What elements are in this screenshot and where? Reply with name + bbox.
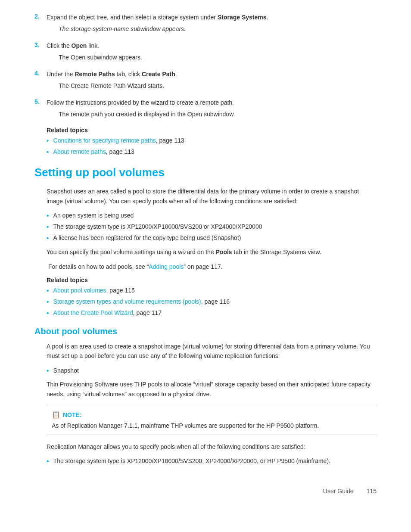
list-item: • Conditions for specifying remote paths… [47,136,377,146]
storage-types-link[interactable]: Storage system types and volume requirem… [53,298,201,305]
bullet-icon: • [47,298,49,307]
related-topics-2-heading: Related topics [47,277,377,283]
list-item: • About the Create Pool Wizard, page 117 [47,308,377,318]
bullet-icon: • [47,234,49,243]
note-box: 📋 NOTE: As of Replication Manager 7.1.1,… [47,406,377,435]
footer-page: 115 [367,488,377,495]
footer-label: User Guide [323,488,354,495]
step-3: 3. Click the Open link. The Open subwind… [34,41,377,64]
step-5-main: Follow the instructions provided by the … [47,98,377,107]
bullet-icon: • [47,309,49,318]
section1-intro: Snapshot uses an area called a pool to s… [47,187,377,206]
last-bullets: • The storage system type is XP12000/XP1… [47,457,377,466]
note-text: As of Replication Manager 7.1.1, mainfra… [52,421,371,430]
step-5: 5. Follow the instructions provided by t… [34,98,377,121]
create-pool-wizard-page: , page 117 [133,309,162,316]
thin-prov-text: Thin Provisioning Software uses THP pool… [47,380,377,399]
step-2-main: Expand the object tree, and then select … [47,13,377,22]
step-4-sub: The Create Remote Path Wizard starts. [59,81,377,90]
conditions-page: , page 113 [156,137,184,144]
related-topics-1-section: Related topics • Conditions for specifyi… [47,127,377,157]
bullet-icon: • [47,212,49,221]
section1-bullets: • An open system is being used • The sto… [47,211,377,243]
bullet-text: A license has been registered for the co… [53,233,241,243]
list-item-text: About the Create Pool Wizard, page 117 [53,308,162,317]
bullet-text: The storage system type is XP12000/XP100… [53,222,262,231]
step-2-content: Expand the object tree, and then select … [47,13,377,35]
step-4: 4. Under the Remote Paths tab, click Cre… [34,70,377,92]
list-item: • The storage system type is XP12000/XP1… [47,222,377,232]
about-remote-paths-link[interactable]: About remote paths [53,148,106,155]
step-2: 2. Expand the object tree, and then sele… [34,13,377,35]
list-item: • The storage system type is XP12000/XP1… [47,457,377,466]
bullet-icon: • [47,457,49,466]
list-item: • A license has been registered for the … [47,233,377,243]
step-3-main: Click the Open link. [47,41,377,50]
note-label: NOTE: [63,411,82,418]
bullet-icon: • [47,286,49,296]
bullet-icon: • [47,223,49,232]
step-5-number: 5. [34,98,47,121]
about-pool-volumes-link[interactable]: About pool volumes [53,287,106,294]
steps-section: 2. Expand the object tree, and then sele… [34,13,377,121]
footer: User Guide 115 [34,483,377,495]
step-4-number: 4. [34,70,47,92]
replication-text: Replication Manager allows you to specif… [47,442,377,451]
step-4-content: Under the Remote Paths tab, click Create… [47,70,377,92]
step-2-number: 2. [34,13,47,35]
related-topic-1-link[interactable]: Conditions for specifying remote paths, … [53,136,184,145]
step-2-sub: The storage-system-name subwindow appear… [59,25,377,34]
step-4-main: Under the Remote Paths tab, click Create… [47,70,377,79]
list-item: • About pool volumes, page 115 [47,286,377,296]
step-5-sub: The remote path you created is displayed… [59,110,377,119]
bullet-text: The storage system type is XP12000/XP100… [53,457,330,466]
list-item-text: About pool volumes, page 115 [53,286,135,295]
step-3-sub: The Open subwindow appears. [59,53,377,62]
list-item: • Snapshot [47,366,377,376]
section1-related-topics: • About pool volumes, page 115 • Storage… [47,286,377,317]
setting-up-pool-volumes-heading: Setting up pool volumes [34,165,377,180]
bullet-icon: • [47,148,49,157]
about-remote-paths-page: , page 113 [106,148,134,155]
step-3-content: Click the Open link. The Open subwindow … [47,41,377,64]
conditions-link[interactable]: Conditions for specifying remote paths [53,137,156,144]
section2-content: A pool is an area used to create a snaps… [47,342,377,467]
step-5-content: Follow the instructions provided by the … [47,98,377,121]
bullet-icon: • [47,367,49,376]
related-topic-2-link[interactable]: About remote paths, page 113 [53,147,134,156]
adding-pools-text: For details on how to add pools, see “Ad… [47,262,377,271]
section2-bullets: • Snapshot [47,366,377,376]
create-pool-wizard-link[interactable]: About the Create Pool Wizard [53,309,133,316]
note-icon: 📋 [52,411,60,419]
bullet-text: Snapshot [53,366,79,375]
note-header: 📋 NOTE: [52,411,371,419]
bullet-icon: • [47,137,49,146]
related-topics-1-heading: Related topics [47,127,377,134]
list-item: • An open system is being used [47,211,377,221]
adding-pools-link[interactable]: Adding pools [149,263,184,270]
bullet-text: An open system is being used [53,211,134,220]
list-item: • Storage system types and volume requir… [47,297,377,307]
related-topics-1-list: • Conditions for specifying remote paths… [47,136,377,157]
about-pool-volumes-page: , page 115 [106,287,135,294]
about-pool-volumes-heading: About pool volumes [34,327,377,336]
step-3-number: 3. [34,41,47,64]
pools-tab-text: You can specify the pool volume settings… [47,247,377,257]
section1-content: Snapshot uses an area called a pool to s… [47,187,377,317]
storage-types-page: , page 116 [201,298,230,305]
list-item: • About remote paths, page 113 [47,147,377,157]
list-item-text: Storage system types and volume requirem… [53,297,230,306]
section2-intro: A pool is an area used to create a snaps… [47,342,377,361]
